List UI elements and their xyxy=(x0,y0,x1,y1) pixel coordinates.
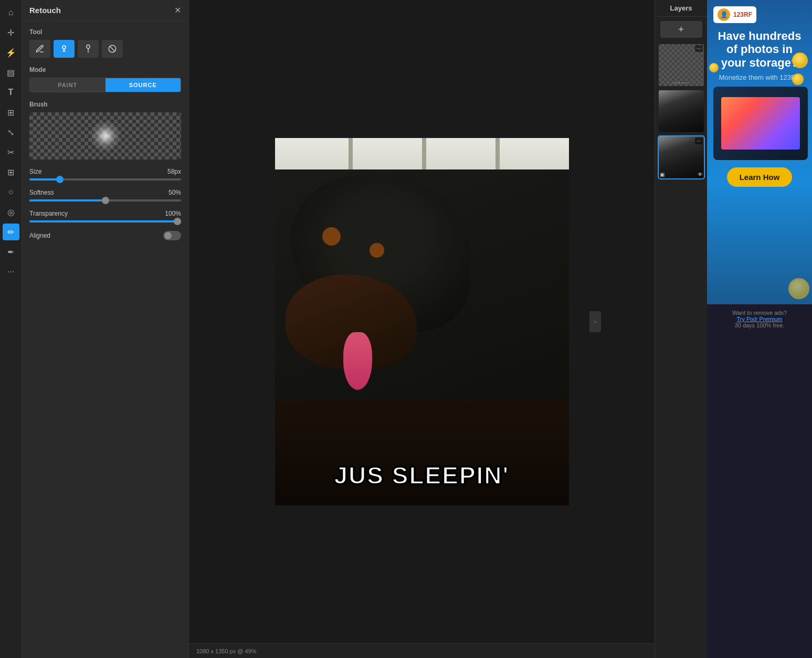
mode-section: Mode PAINT SOURCE xyxy=(29,66,181,92)
ad-decorations xyxy=(792,52,808,85)
layer-1-text-preview: JUS SLEEPIN' xyxy=(672,81,690,84)
ad-logo-area: 👤 123RF xyxy=(713,6,756,23)
healing-tool-button[interactable] xyxy=(78,40,99,58)
ad-laptop-image xyxy=(713,87,808,160)
tool-buttons-group xyxy=(29,40,181,58)
ad-panel: 👤 123RF Have hundreds of photos in your … xyxy=(707,0,812,658)
brush-icon[interactable]: ✏ xyxy=(3,224,19,240)
ad-bottom-coin xyxy=(788,278,809,299)
ad-large-coin xyxy=(788,278,809,299)
softness-slider-thumb[interactable] xyxy=(102,197,109,204)
move-icon[interactable]: ✛ xyxy=(3,24,19,41)
ad-coin-1 xyxy=(792,52,808,68)
adjust-icon[interactable]: ⊞ xyxy=(3,164,19,181)
ad-coin-small xyxy=(709,63,719,72)
aligned-toggle[interactable] xyxy=(163,231,181,240)
ad-coin-2 xyxy=(792,73,804,85)
svg-point-0 xyxy=(62,46,66,49)
ad-decoration-left xyxy=(709,63,719,72)
transparency-slider-section: Transparency 100% xyxy=(29,210,181,222)
size-slider-header: Size 58px xyxy=(29,168,181,175)
left-toolbar: ⌂ ✛ ⚡ ▤ T ⊞ ⤡ ✂ ⊞ ○ ◎ ✏ ✒ ··· xyxy=(0,0,22,658)
panel-content: Tool xyxy=(22,21,188,248)
ad-bottom-section: Want to remove ads? Try Pixlr Premium 30… xyxy=(727,304,792,334)
tan-mark-1 xyxy=(322,227,341,246)
softness-slider-header: Softness 50% xyxy=(29,189,181,196)
softness-slider-fill xyxy=(29,199,106,201)
meme-text: JUS SLEEPIN' xyxy=(275,461,569,490)
transparency-slider-fill xyxy=(29,220,181,222)
crop-icon[interactable]: ⤡ xyxy=(3,124,19,141)
aligned-label: Aligned xyxy=(29,232,50,239)
paint-mode-button[interactable]: PAINT xyxy=(30,78,106,92)
layer-3-options-button[interactable]: ··· xyxy=(695,137,702,144)
size-label: Size xyxy=(29,168,41,175)
transparency-slider-thumb[interactable] xyxy=(174,218,181,225)
source-mode-button[interactable]: SOURCE xyxy=(106,78,181,92)
text-icon[interactable]: T xyxy=(3,84,19,101)
layer-item-3[interactable]: ··· ▣ 👁 xyxy=(659,136,704,178)
softness-slider-track[interactable] xyxy=(29,199,181,201)
collapse-layers-arrow[interactable]: › xyxy=(589,311,601,332)
size-slider-fill xyxy=(29,178,60,181)
layers-panel-header: Layers xyxy=(655,0,707,17)
svg-line-2 xyxy=(110,46,115,52)
brush-preview[interactable] xyxy=(29,112,181,160)
grid-icon[interactable]: ⊞ xyxy=(3,104,19,121)
size-slider-track[interactable] xyxy=(29,178,181,181)
add-layer-button[interactable]: + xyxy=(660,21,702,38)
panel-header: Retouch ✕ xyxy=(22,0,188,21)
mode-section-label: Mode xyxy=(29,66,181,73)
pencil-tool-button[interactable] xyxy=(29,40,50,58)
transparency-label: Transparency xyxy=(29,210,68,217)
home-icon[interactable]: ⌂ xyxy=(3,4,19,21)
main-canvas-area: › JUS SLEEPIN' 1080 x 13 xyxy=(189,0,655,658)
layers-panel: Layers + JUS SLEEPIN' ··· ··· ▣ 👁 xyxy=(655,0,707,658)
brush-glow xyxy=(90,120,121,152)
clone-stamp-tool-button[interactable] xyxy=(54,40,75,58)
layer-item-2[interactable] xyxy=(659,90,704,132)
layer-item-1[interactable]: JUS SLEEPIN' ··· xyxy=(659,44,704,86)
panel-title: Retouch xyxy=(29,6,61,15)
table-surface xyxy=(275,400,569,505)
ad-sub-text: Monetize them with 123RF xyxy=(719,73,800,82)
canvas-dimensions: 1080 x 1350 px @ 49% xyxy=(196,648,257,654)
canvas-image[interactable]: JUS SLEEPIN' xyxy=(275,138,569,505)
transparency-value: 100% xyxy=(165,210,181,217)
premium-link[interactable]: Try Pixlr Premium xyxy=(737,316,783,322)
trial-text: 30 days 100% free. xyxy=(732,322,787,328)
remove-ads-text: Want to remove ads? xyxy=(732,310,787,316)
lightning-icon[interactable]: ⚡ xyxy=(3,44,19,61)
learn-how-button[interactable]: Learn How xyxy=(727,167,793,187)
softness-value: 50% xyxy=(168,189,181,196)
layer-visibility-icon[interactable]: 👁 xyxy=(698,172,703,177)
mode-buttons-group: PAINT SOURCE xyxy=(29,78,181,92)
layers-title: Layers xyxy=(670,4,692,12)
ad-logo-icon: 👤 xyxy=(718,8,730,21)
layers-icon[interactable]: ▤ xyxy=(3,64,19,81)
pen-icon[interactable]: ✒ xyxy=(3,243,19,260)
tan-mark-2 xyxy=(370,243,384,258)
layer-mask-icon: ▣ xyxy=(660,172,665,177)
size-slider-section: Size 58px xyxy=(29,168,181,181)
brush-section-label: Brush xyxy=(29,101,181,108)
canvas-container[interactable]: › JUS SLEEPIN' xyxy=(189,0,655,643)
tool-section-label: Tool xyxy=(29,28,181,36)
circle-icon[interactable]: ○ xyxy=(3,184,19,200)
ad-banner: 👤 123RF Have hundreds of photos in your … xyxy=(707,0,812,304)
aligned-toggle-row: Aligned xyxy=(29,231,181,240)
status-bar: 1080 x 1350 px @ 49% xyxy=(189,643,655,658)
aligned-toggle-thumb xyxy=(164,232,172,239)
more-tools-icon[interactable]: ··· xyxy=(3,263,19,280)
brush-section: Brush xyxy=(29,101,181,160)
transparency-slider-track[interactable] xyxy=(29,220,181,222)
size-slider-thumb[interactable] xyxy=(56,176,64,183)
scissors-icon[interactable]: ✂ xyxy=(3,144,19,161)
softness-label: Softness xyxy=(29,189,54,196)
eraser-tool-button[interactable] xyxy=(102,40,123,58)
ad-laptop-screen xyxy=(721,97,800,150)
spiral-icon[interactable]: ◎ xyxy=(3,204,19,220)
close-panel-button[interactable]: ✕ xyxy=(174,5,181,15)
layer-1-options-button[interactable]: ··· xyxy=(695,45,702,52)
softness-slider-section: Softness 50% xyxy=(29,189,181,201)
